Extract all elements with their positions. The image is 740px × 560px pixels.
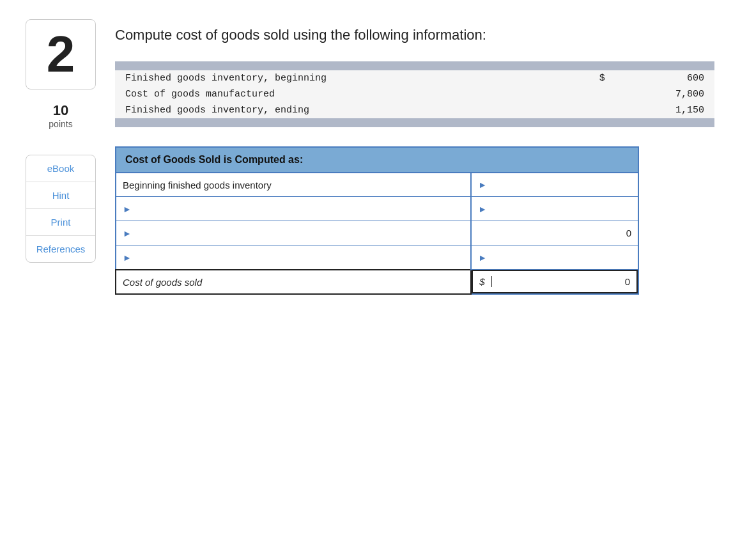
sidebar-item-ebook[interactable]: eBook (26, 155, 95, 182)
given-info-header-bar (115, 61, 714, 70)
answer-row-4-label: ► (116, 245, 471, 270)
answer-row-2-label-input[interactable] (134, 203, 464, 214)
question-text: Compute cost of goods sold using the fol… (115, 26, 714, 45)
given-row-1-label: Finished goods inventory, beginning (115, 70, 562, 86)
total-dollar-sign: $ (479, 276, 491, 287)
answer-row-3-label-input[interactable] (134, 228, 464, 238)
given-row-1-amount: 600 (615, 70, 714, 86)
answer-table-row-1: Beginning finished goods inventory ► (116, 173, 638, 197)
answer-row-4-label-input[interactable] (134, 252, 464, 263)
points-container: 10 points (49, 102, 72, 129)
nav-box: eBook Hint Print References (26, 155, 96, 263)
answer-row-1-arrow: ► (478, 180, 487, 190)
total-row-label: Cost of goods sold (116, 270, 471, 295)
given-row-1-dollar: $ (562, 70, 615, 86)
given-row-3-dollar (562, 102, 615, 118)
answer-row-2-value-arrow: ► (478, 204, 487, 214)
answer-row-4-value-arrow: ► (478, 253, 487, 263)
answer-row-1-value: ► (471, 173, 638, 197)
total-amount-input[interactable] (498, 276, 630, 287)
question-number: 2 (47, 29, 75, 80)
answer-row-3-value-input[interactable] (478, 228, 631, 238)
question-number-box: 2 (26, 19, 96, 89)
answer-row-1-label: Beginning finished goods inventory (116, 173, 471, 197)
answer-table-row-2: ► ► (116, 197, 638, 221)
answer-table-row-4: ► ► (116, 245, 638, 270)
answer-row-4-value: ► (471, 245, 638, 270)
answer-row-2-value: ► (471, 197, 638, 221)
answer-table-row-3: ► (116, 221, 638, 245)
given-row-3-label: Finished goods inventory, ending (115, 102, 562, 118)
answer-table: Cost of Goods Sold is Computed as: Begin… (115, 146, 639, 295)
given-info-footer-bar (115, 118, 714, 127)
sidebar: 2 10 points eBook Hint Print References (26, 19, 96, 295)
given-row-2-dollar (562, 86, 615, 102)
given-info-table: Finished goods inventory, beginning $ 60… (115, 61, 714, 127)
given-row-2-amount: 7,800 (615, 86, 714, 102)
answer-row-4-value-input[interactable] (489, 252, 631, 263)
answer-table-header: Cost of Goods Sold is Computed as: (116, 147, 638, 173)
sidebar-item-hint[interactable]: Hint (26, 182, 95, 209)
answer-row-3-label: ► (116, 221, 471, 245)
answer-row-4-label-arrow: ► (123, 253, 132, 263)
answer-row-1-input[interactable] (489, 180, 631, 191)
answer-row-3-value (471, 221, 638, 245)
answer-table-container: Cost of Goods Sold is Computed as: Begin… (115, 146, 639, 295)
sidebar-item-references[interactable]: References (26, 236, 95, 262)
given-row-2-label: Cost of goods manufactured (115, 86, 562, 102)
given-row-3-amount: 1,150 (615, 102, 714, 118)
answer-row-2-label: ► (116, 197, 471, 221)
answer-row-2-value-input[interactable] (489, 203, 631, 214)
answer-table-header-row: Cost of Goods Sold is Computed as: (116, 147, 638, 173)
points-label: points (49, 119, 72, 129)
sidebar-item-print[interactable]: Print (26, 209, 95, 236)
main-content: Compute cost of goods sold using the fol… (115, 19, 714, 295)
total-row-value: $ (472, 270, 638, 293)
answer-row-3-label-arrow: ► (123, 228, 132, 238)
points-value: 10 (49, 102, 72, 119)
page-container: 2 10 points eBook Hint Print References … (0, 0, 740, 314)
answer-table-total-row: Cost of goods sold $ (116, 270, 638, 295)
answer-row-2-label-arrow: ► (123, 204, 132, 214)
